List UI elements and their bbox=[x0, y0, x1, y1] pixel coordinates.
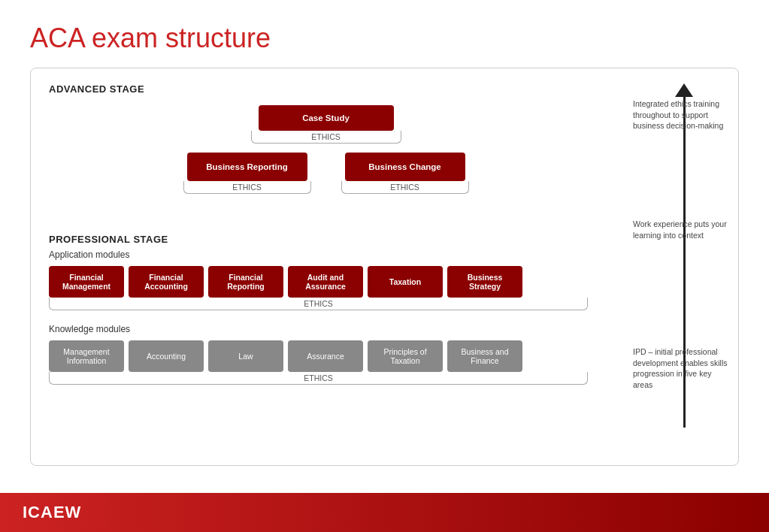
professional-stage-label: PROFESSIONAL STAGE bbox=[49, 234, 588, 245]
know-module-box-4: Principles of Taxation bbox=[368, 340, 443, 372]
footer-logo: ICAEW bbox=[23, 503, 81, 522]
business-reporting-ethics-label: ETHICS bbox=[183, 181, 311, 194]
knowledge-modules-label: Knowledge modules bbox=[49, 324, 588, 334]
advanced-stage-label: ADVANCED STAGE bbox=[49, 83, 588, 95]
know-module-box-2: Law bbox=[208, 340, 283, 372]
business-change-ethics-label: ETHICS bbox=[341, 181, 469, 194]
business-change-item: Business Change ETHICS bbox=[341, 153, 469, 194]
knowledge-modules-row: Management InformationAccountingLawAssur… bbox=[49, 340, 588, 372]
application-modules-row: Financial ManagementFinancial Accounting… bbox=[49, 266, 588, 298]
diagram-container: Integrated ethics training throughout to… bbox=[30, 68, 739, 466]
know-module-box-5: Business and Finance bbox=[447, 340, 522, 372]
business-change-box: Business Change bbox=[345, 153, 465, 181]
case-study-ethics-label: ETHICS bbox=[251, 131, 401, 144]
case-study-box: Case Study bbox=[259, 105, 394, 131]
app-module-box-2: Financial Reporting bbox=[208, 266, 283, 298]
application-modules-label: Application modules bbox=[49, 249, 588, 260]
app-module-box-4: Taxation bbox=[368, 266, 443, 298]
know-module-box-3: Assurance bbox=[288, 340, 363, 372]
app-module-box-0: Financial Management bbox=[49, 266, 124, 298]
business-reporting-box: Business Reporting bbox=[187, 153, 307, 181]
right-text-mid: Work experience puts your learning into … bbox=[633, 219, 731, 240]
knowledge-modules-ethics-label: ETHICS bbox=[49, 372, 588, 385]
footer-bar: ICAEW bbox=[0, 493, 769, 532]
right-text-top: Integrated ethics training throughout to… bbox=[633, 98, 731, 131]
business-reporting-item: Business Reporting ETHICS bbox=[183, 153, 311, 194]
professional-stage-section: PROFESSIONAL STAGE Application modules F… bbox=[49, 234, 588, 385]
know-module-box-0: Management Information bbox=[49, 340, 124, 372]
application-modules-ethics-label: ETHICS bbox=[49, 298, 588, 310]
knowledge-section: Knowledge modules Management Information… bbox=[49, 324, 588, 385]
app-module-box-5: Business Strategy bbox=[447, 266, 522, 298]
app-module-box-3: Audit and Assurance bbox=[288, 266, 363, 298]
know-module-box-1: Accounting bbox=[129, 340, 204, 372]
arrow-head-icon bbox=[675, 83, 693, 97]
right-text-bot: IPD – initial professional development e… bbox=[633, 346, 731, 391]
page-title: ACA exam structure bbox=[0, 0, 769, 68]
app-module-box-1: Financial Accounting bbox=[129, 266, 204, 298]
advanced-stage-section: ADVANCED STAGE Case Study ETHICS Busines… bbox=[49, 83, 588, 194]
